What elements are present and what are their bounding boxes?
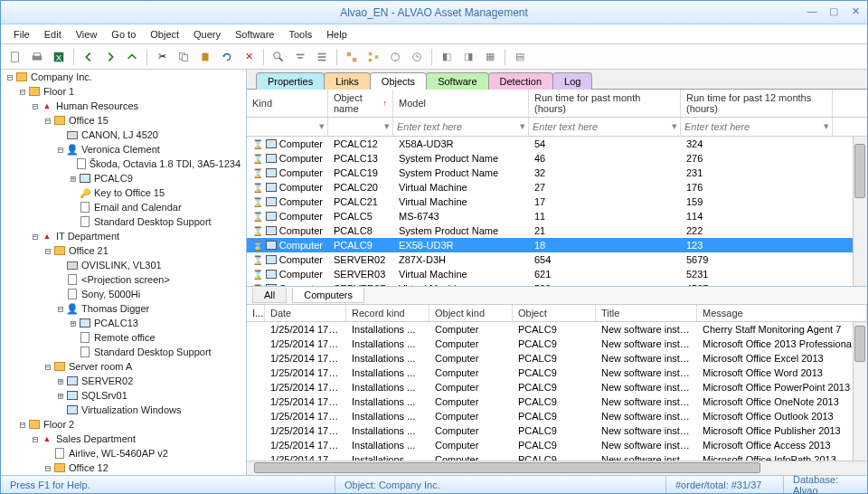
- log-row[interactable]: 1/25/2014 17:29Installations ...Computer…: [247, 423, 867, 438]
- up-button[interactable]: [122, 47, 142, 67]
- tab-software[interactable]: Software: [426, 72, 488, 90]
- column-header[interactable]: Record kind: [346, 305, 429, 321]
- expander-icon[interactable]: ⊟: [30, 100, 41, 112]
- log-row[interactable]: 1/25/2014 17:29Installations ...Computer…: [247, 409, 867, 423]
- tree-node[interactable]: ⊞PCALC9: [1, 171, 246, 185]
- expander-icon[interactable]: ⊞: [55, 390, 66, 402]
- tree-node[interactable]: ⊟▲Human Resources: [1, 99, 246, 113]
- column-header[interactable]: Kind: [247, 90, 328, 117]
- grid-row[interactable]: ⌛ComputerPCALC9EX58-UD3R18123: [247, 238, 867, 252]
- menu-software[interactable]: Software: [228, 27, 281, 42]
- grid-row[interactable]: ⌛ComputerPCALC13System Product Name46276: [247, 151, 867, 166]
- tree-node[interactable]: ⊞PCALC13: [1, 316, 246, 330]
- cut-button[interactable]: ✂: [152, 47, 172, 67]
- tree-node[interactable]: 🔑Key to Office 15: [1, 185, 246, 200]
- expander-icon[interactable]: ⊟: [30, 231, 41, 242]
- log-grid[interactable]: I...DateRecord kindObject kindObjectTitl…: [247, 305, 867, 475]
- expander-icon[interactable]: ⊟: [5, 71, 15, 83]
- column-header[interactable]: Object: [513, 305, 596, 321]
- clock-button[interactable]: [407, 47, 427, 67]
- expander-icon[interactable]: ⊞: [55, 375, 66, 387]
- menu-help[interactable]: Help: [319, 27, 354, 42]
- delete-button[interactable]: ✕: [239, 47, 259, 67]
- excel-export-button[interactable]: X: [49, 47, 69, 67]
- grid-row[interactable]: ⌛ComputerPCALC12X58A-UD3R54324: [247, 137, 867, 151]
- tree-node[interactable]: Airlive, WL-5460AP v2: [1, 446, 246, 461]
- grid-row[interactable]: ⌛ComputerPCALC5MS-674311114: [247, 209, 867, 223]
- tree-node[interactable]: ⊟Office 15: [1, 113, 246, 128]
- filter-icon[interactable]: ▾: [384, 120, 390, 132]
- log-row[interactable]: 1/25/2014 17:29Installations ...Computer…: [247, 380, 867, 394]
- filter-icon[interactable]: ▾: [824, 120, 829, 132]
- expander-icon[interactable]: ⊟: [30, 433, 41, 445]
- tree-node[interactable]: Remote office: [1, 330, 246, 345]
- tree-node[interactable]: Sony, 5000Hi: [1, 287, 246, 301]
- column-header[interactable]: Object kind: [429, 305, 513, 321]
- tree-node[interactable]: Standard Desktop Support: [1, 345, 246, 359]
- grid-row[interactable]: ⌛ComputerSERVER02Z87X-D3H6545679: [247, 252, 867, 267]
- tab-links[interactable]: Links: [324, 72, 371, 90]
- expander-icon[interactable]: ⊟: [55, 303, 66, 315]
- tool3-button[interactable]: ▦: [480, 47, 500, 67]
- filter-icon[interactable]: ▾: [672, 120, 677, 132]
- grid-row[interactable]: ⌛ComputerPCALC20Virtual Machine27176: [247, 180, 867, 195]
- bottom-grid-scrollbar[interactable]: [853, 322, 867, 461]
- detect-button[interactable]: [385, 47, 405, 67]
- log-row[interactable]: 1/25/2014 17:29Installations ...Computer…: [247, 438, 867, 452]
- tool2-button[interactable]: ◨: [458, 47, 478, 67]
- print-button[interactable]: [27, 47, 47, 67]
- log-row[interactable]: 1/25/2014 17:29Installations ...Computer…: [247, 394, 867, 409]
- tree-node[interactable]: OVISLINK, VL301: [1, 258, 246, 272]
- filter-cell[interactable]: ▾: [328, 118, 393, 136]
- bottom-tab-computers[interactable]: Computers: [292, 288, 364, 303]
- menu-edit[interactable]: Edit: [37, 27, 69, 42]
- log-row[interactable]: 1/25/2014 17:29Installations ...Computer…: [247, 351, 867, 366]
- tree-node[interactable]: ⊟👤Thomas Digger: [1, 301, 246, 316]
- tree-node[interactable]: ⊟Floor 2: [1, 417, 246, 432]
- new-button[interactable]: [5, 47, 25, 67]
- log-row[interactable]: 1/25/2014 17:29Installations ...Computer…: [247, 452, 867, 461]
- tree-node[interactable]: ⊟Office 12: [1, 461, 246, 475]
- tree-node[interactable]: Email and Calendar: [1, 200, 246, 214]
- tool1-button[interactable]: ◧: [437, 47, 457, 67]
- filter-cell[interactable]: ▾: [247, 118, 328, 136]
- column-header[interactable]: I...: [247, 305, 265, 321]
- tree-node[interactable]: Standard Desktop Support: [1, 214, 246, 229]
- filter-cell[interactable]: ▾: [529, 118, 681, 136]
- menu-object[interactable]: Object: [143, 27, 186, 42]
- column-header[interactable]: Message: [697, 305, 867, 321]
- maximize-button[interactable]: ▢: [826, 5, 842, 17]
- menu-tools[interactable]: Tools: [281, 27, 319, 42]
- column-header[interactable]: Date: [265, 305, 346, 321]
- object-tree[interactable]: ⊟Company Inc.⊟Floor 1⊟▲Human Resources⊟O…: [1, 70, 247, 475]
- tree-node[interactable]: ⊞SERVER02: [1, 374, 246, 388]
- filter-icon[interactable]: ▾: [319, 120, 325, 132]
- expander-icon[interactable]: ⊟: [42, 245, 53, 257]
- tree-node[interactable]: ⊟Server room A: [1, 359, 246, 374]
- tree-node[interactable]: Škoda, Octavia 1.8 TDI, 3A5-1234: [1, 157, 246, 171]
- expander-icon[interactable]: ⊟: [55, 144, 66, 156]
- tab-properties[interactable]: Properties: [256, 72, 325, 90]
- objects-grid[interactable]: KindObject name↑ModelRun time for past m…: [247, 90, 867, 287]
- grid-row[interactable]: ⌛ComputerPCALC8System Product Name21222: [247, 223, 867, 238]
- undo-button[interactable]: [217, 47, 237, 67]
- tab-detection[interactable]: Detection: [488, 72, 553, 90]
- tree-node[interactable]: <Projection screen>: [1, 272, 246, 287]
- tree-node[interactable]: ⊟▲IT Department: [1, 229, 246, 243]
- menu-file[interactable]: File: [6, 27, 37, 42]
- log-row[interactable]: 1/25/2014 17:29Installations ...Computer…: [247, 322, 867, 337]
- filter-cell[interactable]: ▾: [681, 118, 833, 136]
- tree-node[interactable]: CANON, LJ 4520: [1, 128, 246, 142]
- bottom-grid-hscrollbar[interactable]: [247, 461, 867, 475]
- filter-cell[interactable]: ▾: [393, 118, 529, 136]
- bottom-tab-all[interactable]: All: [252, 288, 287, 303]
- filter-icon[interactable]: ▾: [520, 120, 525, 132]
- back-button[interactable]: [79, 47, 99, 67]
- paste-button[interactable]: [195, 47, 215, 67]
- column-header[interactable]: Run time for past 12 months (hours): [681, 90, 833, 117]
- find-button[interactable]: [269, 47, 288, 67]
- menu-view[interactable]: View: [69, 27, 105, 42]
- tab-log[interactable]: Log: [552, 72, 592, 90]
- grid-row[interactable]: ⌛ComputerPCALC21Virtual Machine17159: [247, 195, 867, 209]
- log-row[interactable]: 1/25/2014 17:29Installations ...Computer…: [247, 337, 867, 351]
